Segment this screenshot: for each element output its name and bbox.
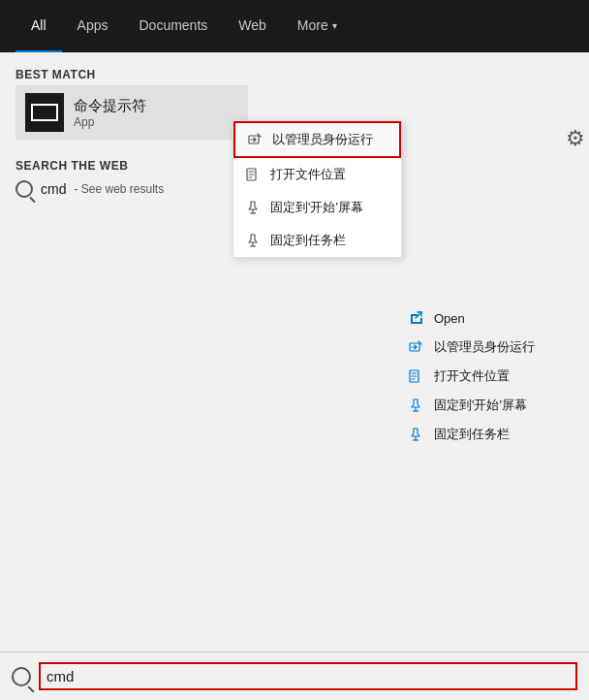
bottom-search-icon bbox=[12, 667, 31, 686]
top-nav: All Apps Documents Web More ▾ bbox=[0, 0, 589, 52]
open-file-location-icon bbox=[245, 167, 261, 182]
best-match-label: Best match bbox=[16, 68, 574, 81]
best-match-item[interactable]: 命令提示符 App bbox=[16, 85, 248, 140]
pin-to-start-icon bbox=[245, 200, 261, 215]
app-info: 命令提示符 App bbox=[74, 97, 146, 129]
open-icon bbox=[407, 309, 424, 327]
context-menu-primary: 以管理员身份运行 打开文件位置 固定到'开始'屏幕 bbox=[232, 120, 402, 258]
sec-item-pin-start[interactable]: 固定到'开始'屏幕 bbox=[407, 392, 535, 419]
sec-pin-start-label: 固定到'开始'屏幕 bbox=[434, 397, 527, 414]
run-as-admin-label: 以管理员身份运行 bbox=[272, 131, 373, 148]
pin-to-taskbar-icon bbox=[245, 233, 261, 248]
tab-all[interactable]: All bbox=[16, 0, 62, 52]
sec-run-admin-icon bbox=[407, 338, 424, 356]
web-search-query: cmd bbox=[41, 181, 66, 197]
sec-file-loc-label: 打开文件位置 bbox=[434, 367, 510, 385]
sec-pin-taskbar-label: 固定到任务栏 bbox=[434, 426, 510, 443]
tab-more[interactable]: More ▾ bbox=[282, 0, 353, 52]
menu-pin-to-start[interactable]: 固定到'开始'屏幕 bbox=[233, 191, 401, 224]
menu-run-as-admin[interactable]: 以管理员身份运行 bbox=[233, 121, 401, 158]
sec-open-label: Open bbox=[434, 311, 465, 326]
search-input[interactable] bbox=[39, 662, 577, 690]
sec-item-run-admin[interactable]: 以管理员身份运行 bbox=[407, 334, 535, 361]
open-file-location-label: 打开文件位置 bbox=[270, 166, 346, 183]
chevron-down-icon: ▾ bbox=[332, 20, 337, 31]
secondary-context-menu: Open 以管理员身份运行 打开文件位置 bbox=[407, 304, 535, 448]
app-name: 命令提示符 bbox=[74, 97, 146, 115]
menu-open-file-location[interactable]: 打开文件位置 bbox=[233, 158, 401, 191]
sec-pin-start-icon bbox=[407, 397, 424, 414]
pin-to-taskbar-label: 固定到任务栏 bbox=[270, 232, 346, 249]
app-type: App bbox=[74, 115, 146, 129]
pin-to-start-label: 固定到'开始'屏幕 bbox=[270, 199, 363, 216]
sec-pin-taskbar-icon bbox=[407, 426, 424, 443]
app-icon bbox=[25, 93, 64, 132]
sec-file-loc-icon bbox=[407, 367, 424, 385]
cmd-icon bbox=[31, 104, 58, 121]
sec-item-pin-taskbar[interactable]: 固定到任务栏 bbox=[407, 421, 535, 448]
run-as-admin-icon bbox=[247, 132, 263, 147]
sec-item-file-loc[interactable]: 打开文件位置 bbox=[407, 363, 535, 390]
bottom-search-bar bbox=[0, 652, 589, 700]
right-partial-icon: ⚙ bbox=[566, 126, 585, 151]
sec-item-open[interactable]: Open bbox=[407, 304, 535, 332]
tab-apps[interactable]: Apps bbox=[62, 0, 124, 52]
main-content: Best match 命令提示符 App 以管理员身份运行 bbox=[0, 52, 589, 652]
menu-pin-to-taskbar[interactable]: 固定到任务栏 bbox=[233, 224, 401, 257]
tab-documents[interactable]: Documents bbox=[123, 0, 223, 52]
sec-run-admin-label: 以管理员身份运行 bbox=[434, 338, 535, 356]
web-search-sub: - See web results bbox=[74, 182, 164, 196]
search-loop-icon bbox=[16, 180, 33, 198]
tab-web[interactable]: Web bbox=[223, 0, 282, 52]
